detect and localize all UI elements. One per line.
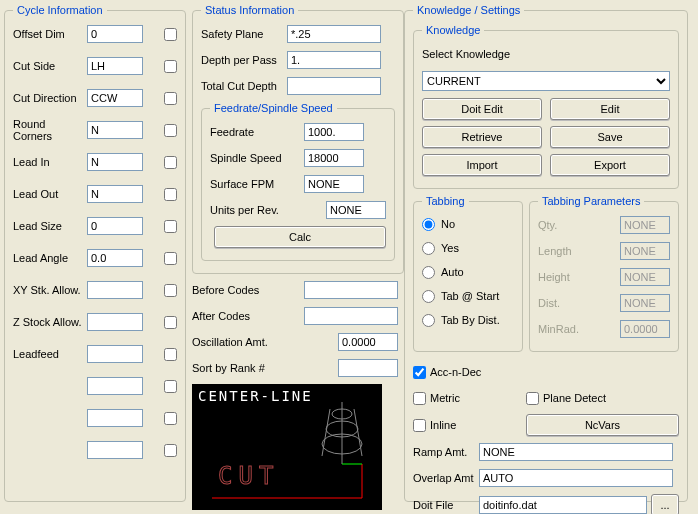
acc-n-dec-checkbox[interactable] (413, 366, 426, 379)
feedrate-legend: Feedrate/Spindle Speed (210, 102, 337, 114)
tabbing-no-radio[interactable] (422, 218, 435, 231)
cycle-checkbox-0[interactable] (164, 28, 177, 41)
tabbing-tab-dist-radio[interactable] (422, 314, 435, 327)
dist-label: Dist. (538, 297, 592, 309)
cycle-input-2[interactable] (87, 89, 143, 107)
tabbing-tab-start-radio[interactable] (422, 290, 435, 303)
cycle-label-7: Lead Angle (13, 252, 87, 264)
knowledge-settings-group: Knowledge / Settings Knowledge Select Kn… (404, 4, 688, 502)
tabbing-legend: Tabbing (422, 195, 469, 207)
edit-button[interactable]: Edit (550, 98, 670, 120)
feedrate-input[interactable] (304, 123, 364, 141)
doit-file-label: Doit File (413, 499, 479, 511)
tabbing-params-legend: Tabbing Parameters (538, 195, 644, 207)
feedrate-label: Feedrate (210, 126, 304, 138)
cycle-checkbox-11[interactable] (164, 380, 177, 393)
tabbing-no-option[interactable]: No (422, 215, 514, 233)
cycle-checkbox-12[interactable] (164, 412, 177, 425)
spindle-speed-input[interactable] (304, 149, 364, 167)
after-codes-label: After Codes (192, 310, 278, 322)
cycle-label-10: Leadfeed (13, 348, 87, 360)
doit-file-input[interactable] (479, 496, 647, 514)
cycle-checkbox-1[interactable] (164, 60, 177, 73)
svg-line-5 (354, 409, 362, 456)
safety-plane-label: Safety Plane (201, 28, 287, 40)
cycle-input-11[interactable] (87, 377, 143, 395)
cycle-information-group: Cycle Information Offset DimCut SideCut … (4, 4, 186, 502)
cycle-checkbox-2[interactable] (164, 92, 177, 105)
height-label: Height (538, 271, 592, 283)
cycle-input-3[interactable] (87, 121, 143, 139)
calc-button[interactable]: Calc (214, 226, 386, 248)
inline-checkbox[interactable] (413, 419, 426, 432)
cycle-checkbox-3[interactable] (164, 124, 177, 137)
depth-per-pass-label: Depth per Pass (201, 54, 287, 66)
cycle-checkbox-10[interactable] (164, 348, 177, 361)
knowledge-group: Knowledge Select Knowledge CURRENT Doit … (413, 24, 679, 189)
cycle-input-6[interactable] (87, 217, 143, 235)
tabbing-auto-radio[interactable] (422, 266, 435, 279)
surface-fpm-input[interactable] (304, 175, 364, 193)
doit-edit-button[interactable]: Doit Edit (422, 98, 542, 120)
plane-detect-checkbox[interactable] (526, 392, 539, 405)
cycle-input-7[interactable] (87, 249, 143, 267)
svg-text:CUT: CUT (218, 462, 279, 490)
cycle-input-12[interactable] (87, 409, 143, 427)
depth-per-pass-input[interactable] (287, 51, 381, 69)
cycle-input-9[interactable] (87, 313, 143, 331)
status-information-group: Status Information Safety Plane Depth pe… (192, 4, 404, 274)
tabbing-yes-option[interactable]: Yes (422, 239, 514, 257)
cycle-input-0[interactable] (87, 25, 143, 43)
retrieve-button[interactable]: Retrieve (422, 126, 542, 148)
cycle-input-10[interactable] (87, 345, 143, 363)
cycle-checkbox-5[interactable] (164, 188, 177, 201)
spindle-speed-label: Spindle Speed (210, 152, 304, 164)
select-knowledge-label: Select Knowledge (422, 48, 510, 60)
cycle-input-1[interactable] (87, 57, 143, 75)
preview-title: CENTER-LINE (198, 388, 313, 404)
import-button[interactable]: Import (422, 154, 542, 176)
tabbing-tab-dist-option[interactable]: Tab By Dist. (422, 311, 514, 329)
before-codes-input[interactable] (304, 281, 398, 299)
ramp-amt-input[interactable] (479, 443, 673, 461)
cycle-input-13[interactable] (87, 441, 143, 459)
oscillation-amt-input[interactable] (338, 333, 398, 351)
browse-button[interactable]: ... (651, 494, 679, 514)
minrad-input (620, 320, 670, 338)
cycle-input-5[interactable] (87, 185, 143, 203)
surface-fpm-label: Surface FPM (210, 178, 304, 190)
cycle-checkbox-7[interactable] (164, 252, 177, 265)
overlap-amt-input[interactable] (479, 469, 673, 487)
oscillation-amt-label: Oscillation Amt. (192, 336, 278, 348)
tabbing-yes-radio[interactable] (422, 242, 435, 255)
select-knowledge-dropdown[interactable]: CURRENT (422, 71, 670, 91)
cycle-checkbox-6[interactable] (164, 220, 177, 233)
tabbing-auto-option[interactable]: Auto (422, 263, 514, 281)
safety-plane-input[interactable] (287, 25, 381, 43)
save-button[interactable]: Save (550, 126, 670, 148)
height-input (620, 268, 670, 286)
ncvars-button[interactable]: NcVars (526, 414, 679, 436)
sort-by-rank-input[interactable] (338, 359, 398, 377)
tabbing-tab-start-option[interactable]: Tab @ Start (422, 287, 514, 305)
cycle-input-8[interactable] (87, 281, 143, 299)
acc-n-dec-label: Acc-n-Dec (430, 366, 481, 378)
cycle-label-1: Cut Side (13, 60, 87, 72)
cycle-label-4: Lead In (13, 156, 87, 168)
total-cut-depth-input[interactable] (287, 77, 381, 95)
cycle-input-4[interactable] (87, 153, 143, 171)
dist-input (620, 294, 670, 312)
tabbing-parameters-group: Tabbing Parameters Qty. Length Height Di… (529, 195, 679, 352)
after-codes-input[interactable] (304, 307, 398, 325)
cycle-info-legend: Cycle Information (13, 4, 107, 16)
qty-label: Qty. (538, 219, 592, 231)
export-button[interactable]: Export (550, 154, 670, 176)
cycle-checkbox-9[interactable] (164, 316, 177, 329)
metric-checkbox[interactable] (413, 392, 426, 405)
cycle-checkbox-4[interactable] (164, 156, 177, 169)
cycle-label-6: Lead Size (13, 220, 87, 232)
cycle-checkbox-13[interactable] (164, 444, 177, 457)
units-per-rev-input[interactable] (326, 201, 386, 219)
status-info-legend: Status Information (201, 4, 298, 16)
cycle-checkbox-8[interactable] (164, 284, 177, 297)
